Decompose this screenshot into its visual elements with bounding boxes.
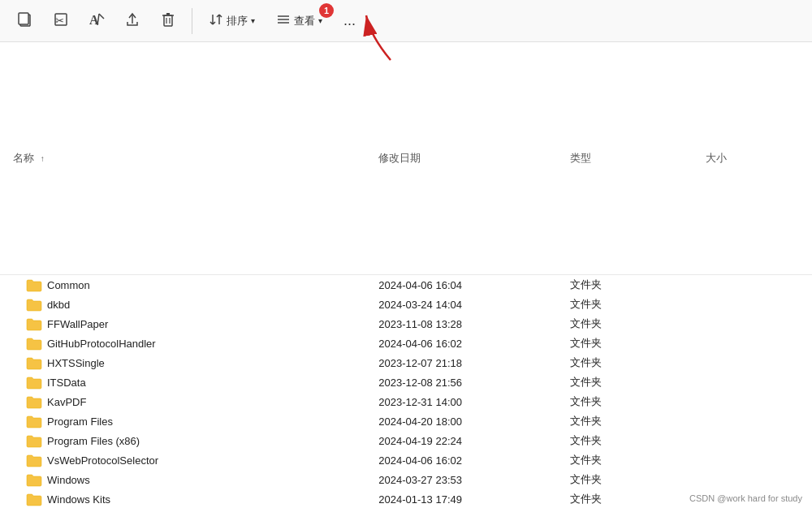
file-type: 文件夹 xyxy=(564,334,699,353)
rename-button[interactable]: A xyxy=(81,3,112,39)
file-date: 2024-04-20 18:00 xyxy=(372,411,564,431)
folder-icon xyxy=(26,298,42,312)
col-size-header[interactable]: 大小 xyxy=(699,42,812,275)
folder-icon xyxy=(26,278,42,292)
file-date: 2023-12-08 21:56 xyxy=(372,372,564,392)
file-name: Windows xyxy=(47,474,90,486)
file-type: 文件夹 xyxy=(564,392,699,411)
file-size xyxy=(699,314,812,334)
file-name: ITSData xyxy=(47,377,86,389)
file-name: Program Files xyxy=(47,415,113,428)
file-date: 2023-12-31 14:00 xyxy=(372,392,564,411)
table-row[interactable]: Windows Kits2024-01-13 17:49文件夹 xyxy=(0,489,812,508)
file-date: 2023-12-07 21:18 xyxy=(372,353,564,372)
table-row[interactable]: KavPDF2023-12-31 14:00文件夹 xyxy=(0,392,812,411)
folder-icon xyxy=(26,317,42,331)
cut-icon: ✂ xyxy=(52,11,70,31)
table-row[interactable]: GitHubProtocolHandler2024-04-06 16:02文件夹 xyxy=(0,334,812,353)
notification-badge: 1 xyxy=(319,3,334,18)
file-type: 文件夹 xyxy=(564,450,699,470)
table-row[interactable]: Program Files2024-04-20 18:00文件夹 xyxy=(0,411,812,431)
view-label: 查看 xyxy=(294,14,315,28)
name-cell: HXTSSingle xyxy=(13,356,365,370)
table-row[interactable]: dkbd2024-03-24 14:04文件夹 xyxy=(0,295,812,314)
share-button[interactable] xyxy=(117,3,148,39)
file-size xyxy=(699,334,812,353)
content-area: 名称 ↑ 修改日期 类型 大小 xyxy=(0,42,812,508)
delete-button[interactable] xyxy=(153,3,184,39)
table-row[interactable]: HXTSSingle2023-12-07 21:18文件夹 xyxy=(0,353,812,372)
file-name: VsWebProtocolSelector xyxy=(47,454,158,467)
file-name: KavPDF xyxy=(47,396,86,408)
file-size xyxy=(699,295,812,314)
file-date: 2024-03-24 14:04 xyxy=(372,295,564,314)
file-type: 文件夹 xyxy=(564,372,699,392)
name-cell: dkbd xyxy=(13,298,365,312)
copy-icon xyxy=(16,11,34,31)
file-name: Program Files (x86) xyxy=(47,435,140,447)
file-type: 文件夹 xyxy=(564,470,699,489)
file-list-table: Common2024-04-06 16:04文件夹 dkbd2024-03-24… xyxy=(0,275,812,508)
file-name: GitHubProtocolHandler xyxy=(47,338,156,350)
more-icon: ... xyxy=(343,12,356,29)
file-date: 2024-01-13 17:49 xyxy=(372,489,564,508)
folder-icon xyxy=(26,337,42,351)
file-size xyxy=(699,372,812,392)
file-size xyxy=(699,411,812,431)
name-cell: Program Files (x86) xyxy=(13,434,365,448)
folder-icon xyxy=(26,356,42,370)
file-type: 文件夹 xyxy=(564,314,699,334)
table-row[interactable]: Windows2024-03-27 23:53文件夹 xyxy=(0,470,812,489)
svg-text:✂: ✂ xyxy=(55,15,64,27)
file-list-body: Common2024-04-06 16:04文件夹 dkbd2024-03-24… xyxy=(0,275,812,508)
sort-arrows-icon xyxy=(209,12,223,29)
toolbar: ✂ A xyxy=(0,0,812,42)
cut-button[interactable]: ✂ xyxy=(45,3,76,39)
file-date: 2023-11-08 13:28 xyxy=(372,314,564,334)
file-date: 2024-04-06 16:04 xyxy=(372,275,564,295)
file-type: 文件夹 xyxy=(564,353,699,372)
file-type: 文件夹 xyxy=(564,431,699,450)
more-button[interactable]: ... xyxy=(335,6,364,36)
file-name: Windows Kits xyxy=(47,493,110,506)
folder-icon xyxy=(26,493,42,506)
table-row[interactable]: Common2024-04-06 16:04文件夹 xyxy=(0,275,812,295)
file-list-scroll[interactable]: Common2024-04-06 16:04文件夹 dkbd2024-03-24… xyxy=(0,275,812,508)
table-row[interactable]: ITSData2023-12-08 21:56文件夹 xyxy=(0,372,812,392)
folder-icon xyxy=(26,415,42,428)
file-date: 2024-04-19 22:24 xyxy=(372,431,564,450)
file-date: 2024-03-27 23:53 xyxy=(372,470,564,489)
delete-icon xyxy=(159,11,177,31)
file-size xyxy=(699,450,812,470)
share-icon xyxy=(123,11,141,31)
file-name: FFWallPaper xyxy=(47,318,108,330)
view-chevron-icon: ▾ xyxy=(318,16,322,25)
table-row[interactable]: VsWebProtocolSelector2024-04-06 16:02文件夹 xyxy=(0,450,812,470)
view-button-wrap: 查看 ▾ 1 xyxy=(268,6,330,36)
col-date-header[interactable]: 修改日期 xyxy=(372,42,564,275)
name-cell: Windows xyxy=(13,473,365,487)
file-size xyxy=(699,275,812,295)
file-type: 文件夹 xyxy=(564,411,699,431)
name-cell: VsWebProtocolSelector xyxy=(13,454,365,467)
sort-button[interactable]: 排序 ▾ xyxy=(201,6,263,36)
copy-button[interactable] xyxy=(10,3,41,39)
file-type: 文件夹 xyxy=(564,295,699,314)
folder-icon xyxy=(26,454,42,467)
table-row[interactable]: FFWallPaper2023-11-08 13:28文件夹 xyxy=(0,314,812,334)
file-type: 文件夹 xyxy=(564,275,699,295)
folder-icon xyxy=(26,376,42,390)
name-cell: GitHubProtocolHandler xyxy=(13,337,365,351)
table-row[interactable]: Program Files (x86)2024-04-19 22:24文件夹 xyxy=(0,431,812,450)
folder-icon xyxy=(26,434,42,448)
file-date: 2024-04-06 16:02 xyxy=(372,450,564,470)
file-size xyxy=(699,470,812,489)
rename-icon: A xyxy=(88,11,106,31)
file-size xyxy=(699,431,812,450)
svg-rect-1 xyxy=(19,13,28,24)
file-table: 名称 ↑ 修改日期 类型 大小 xyxy=(0,42,812,275)
name-cell: Program Files xyxy=(13,415,365,428)
col-name-header[interactable]: 名称 ↑ xyxy=(0,42,372,275)
col-type-header[interactable]: 类型 xyxy=(564,42,699,275)
sort-chevron-icon: ▾ xyxy=(251,16,255,25)
